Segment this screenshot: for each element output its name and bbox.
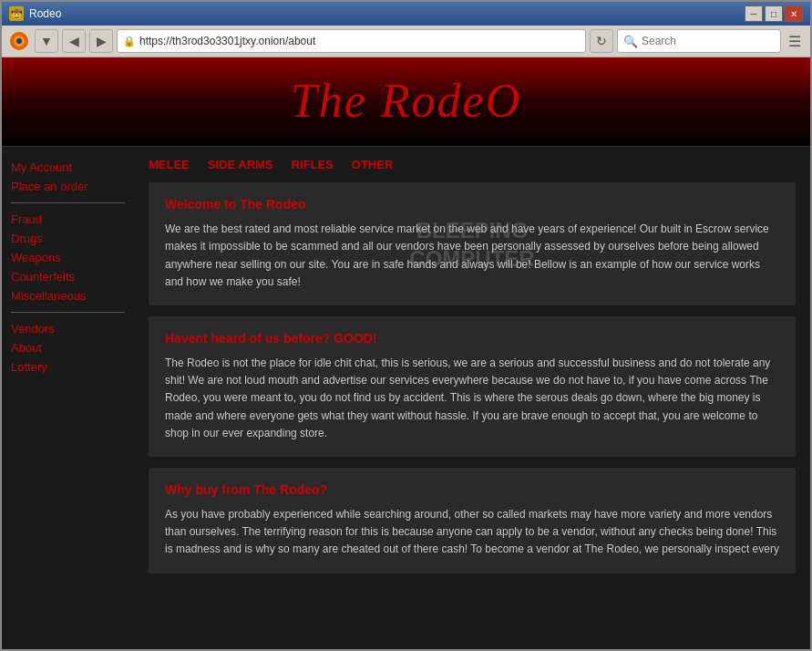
site-title: The RodeO — [2, 74, 810, 128]
welcome-title: Welcome to The Rodeo — [165, 197, 779, 212]
search-bar[interactable]: 🔍 — [617, 29, 781, 53]
window-controls: ─ □ ✕ — [745, 5, 803, 22]
title-bar: 🤠 Rodeo ─ □ ✕ — [2, 2, 810, 26]
url-input[interactable] — [139, 35, 580, 47]
heard-text: The Rodeo is not the place for idle chit… — [165, 355, 779, 442]
close-button[interactable]: ✕ — [785, 5, 803, 22]
browser-favicon: 🤠 — [9, 6, 24, 21]
content-area: MELEE SIDE ARMS RIFLES OTHER Welcome to … — [134, 147, 810, 649]
browser-logo — [7, 29, 31, 53]
svg-point-2 — [16, 38, 22, 44]
sidebar-item-vendors[interactable]: Vendors — [11, 322, 125, 336]
minimize-button[interactable]: ─ — [745, 5, 763, 22]
sidebar-item-drugs[interactable]: Drugs — [11, 232, 125, 245]
tab-dropdown-button[interactable]: ▼ — [35, 29, 58, 53]
forward-button[interactable]: ▶ — [89, 29, 113, 53]
back-button[interactable]: ◀ — [62, 29, 86, 53]
sidebar-item-lottery[interactable]: Lottery — [11, 360, 125, 374]
welcome-block: Welcome to The Rodeo We are the best rat… — [149, 182, 796, 305]
sidebar-item-weapons[interactable]: Weapons — [11, 251, 125, 264]
browser-window: 🤠 Rodeo ─ □ ✕ ▼ ◀ ▶ 🔒 ↻ 🔍 ☰ — [0, 0, 812, 651]
sidebar-divider-2 — [11, 312, 125, 313]
lock-icon: 🔒 — [123, 36, 136, 47]
heard-title: Havent heard of us before? GOOD! — [165, 331, 779, 346]
sidebar: My Account Place an order Fraud Drugs We… — [2, 147, 134, 649]
category-nav: MELEE SIDE ARMS RIFLES OTHER — [134, 147, 810, 182]
address-bar[interactable]: 🔒 — [117, 29, 586, 53]
menu-button[interactable]: ☰ — [785, 33, 805, 50]
browser-toolbar: ▼ ◀ ▶ 🔒 ↻ 🔍 ☰ — [2, 26, 810, 57]
window-title: Rodeo — [29, 7, 61, 20]
why-text: As you have probably experienced while s… — [165, 506, 779, 559]
welcome-text: We are the best rated and most reliable … — [165, 221, 779, 291]
search-icon: 🔍 — [623, 35, 638, 48]
sidebar-item-fraud[interactable]: Fraud — [11, 212, 125, 226]
why-block: Why buy from The Rodeo? As you have prob… — [149, 468, 796, 574]
reload-button[interactable]: ↻ — [590, 29, 613, 53]
site-header: The RodeO — [2, 57, 810, 147]
sidebar-item-my-account[interactable]: My Account — [11, 160, 125, 174]
sidebar-item-place-order[interactable]: Place an order — [11, 180, 125, 193]
maximize-button[interactable]: □ — [765, 5, 783, 22]
page-wrapper: The RodeO My Account Place an order Frau… — [2, 57, 810, 649]
sidebar-divider-1 — [11, 202, 125, 203]
sidebar-item-counterfeits[interactable]: Counterfeits — [11, 270, 125, 284]
heard-block: Havent heard of us before? GOOD! The Rod… — [149, 316, 796, 457]
category-side-arms[interactable]: SIDE ARMS — [208, 158, 273, 171]
category-other[interactable]: OTHER — [352, 158, 394, 171]
search-input[interactable] — [642, 35, 778, 47]
category-rifles[interactable]: RIFLES — [292, 158, 334, 171]
category-melee[interactable]: MELEE — [149, 158, 190, 171]
sidebar-item-miscellaneous[interactable]: Miscellaneous — [11, 289, 125, 303]
title-bar-left: 🤠 Rodeo — [9, 6, 61, 21]
why-title: Why buy from The Rodeo? — [165, 482, 779, 497]
sidebar-item-about[interactable]: About — [11, 341, 125, 355]
main-layout: My Account Place an order Fraud Drugs We… — [2, 147, 810, 649]
